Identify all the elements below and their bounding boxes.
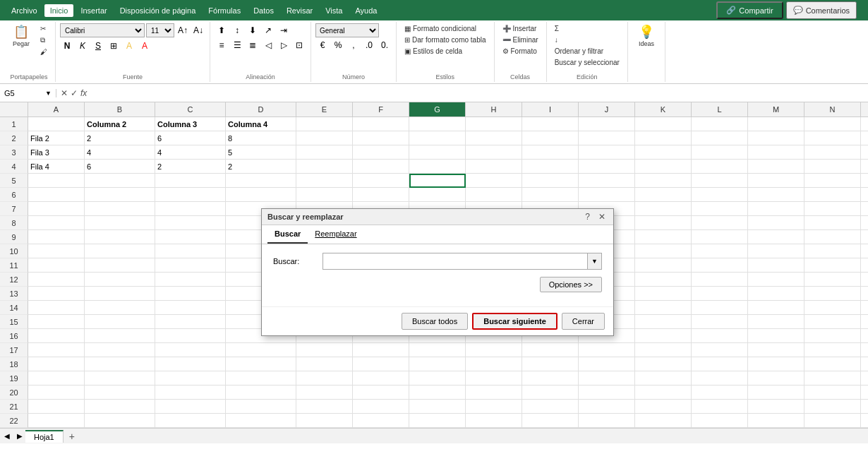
sheet-cell[interactable] [85, 202, 155, 216]
sheet-cell[interactable] [579, 117, 635, 131]
autosum-button[interactable]: Σ [551, 23, 562, 34]
sheet-cell[interactable] [861, 131, 868, 145]
sheet-cell[interactable] [635, 216, 692, 230]
dialog-close-button[interactable]: ✕ [596, 212, 608, 222]
sheet-cell[interactable] [466, 131, 522, 145]
col-header-k[interactable]: K [635, 102, 692, 116]
sheet-cell[interactable]: Columna 2 [85, 117, 155, 131]
sheet-cell[interactable] [296, 386, 353, 400]
sheet-cell[interactable] [579, 145, 635, 160]
sheet-cell[interactable] [296, 343, 353, 357]
sheet-cell[interactable] [804, 273, 861, 287]
sheet-cell[interactable] [635, 329, 692, 343]
merge-cells-button[interactable]: ⊡ [292, 38, 306, 52]
cerrar-button[interactable]: Cerrar [562, 313, 605, 330]
sheet-cell[interactable] [635, 287, 692, 301]
sheet-cell[interactable] [409, 414, 466, 428]
sheet-cell[interactable] [409, 357, 466, 371]
sheet-cell[interactable] [522, 371, 579, 386]
sheet-cell[interactable] [692, 258, 748, 273]
sheet-cell[interactable] [409, 400, 466, 414]
font-size-select[interactable]: 11 [146, 23, 174, 37]
font-size-increase-button[interactable]: A↑ [176, 23, 190, 37]
sheet-cell[interactable] [522, 174, 579, 188]
sheet-cell[interactable]: 4 [155, 145, 226, 160]
sheet-cell[interactable] [692, 131, 748, 145]
buscar-seleccionar-button[interactable]: Buscar y seleccionar [551, 57, 623, 68]
sheet-cell[interactable] [748, 160, 804, 174]
sheet-cell[interactable] [466, 343, 522, 357]
sheet-cell[interactable] [155, 174, 226, 188]
sheet-cell[interactable] [579, 386, 635, 400]
font-size-decrease-button[interactable]: A↓ [191, 23, 205, 37]
sheet-cell[interactable] [748, 329, 804, 343]
sheet-cell[interactable] [748, 273, 804, 287]
sheet-cell[interactable] [861, 230, 868, 244]
sheet-cell[interactable] [226, 400, 296, 414]
sheet-cell[interactable] [85, 371, 155, 386]
sheet-cell[interactable] [804, 216, 861, 230]
sheet-cell[interactable] [635, 315, 692, 329]
sheet-cell[interactable] [85, 287, 155, 301]
sheet-cell[interactable] [804, 301, 861, 315]
dar-formato-tabla-button[interactable]: ⊞ Dar formato como tabla [401, 35, 490, 45]
confirm-formula-icon[interactable]: ✓ [71, 88, 78, 98]
sheet-cell[interactable] [155, 343, 226, 357]
sheet-cell[interactable] [861, 329, 868, 343]
sheet-cell[interactable] [466, 414, 522, 428]
sheet-cell[interactable] [85, 273, 155, 287]
sheet-cell[interactable] [296, 371, 353, 386]
sheet-cell[interactable] [748, 343, 804, 357]
sheet-cell[interactable] [28, 230, 85, 244]
sheet-cell[interactable] [579, 357, 635, 371]
sheet-cell[interactable] [635, 301, 692, 315]
menu-inicio[interactable]: Inicio [44, 4, 74, 17]
sheet-cell[interactable] [296, 400, 353, 414]
sheet-cell[interactable] [353, 386, 409, 400]
dialog-help-button[interactable]: ? [583, 212, 592, 222]
sheet-cell[interactable]: 6 [155, 131, 226, 145]
sheet-cell[interactable] [522, 400, 579, 414]
sheet-cell[interactable] [635, 343, 692, 357]
cut-button[interactable]: ✂ [37, 23, 49, 34]
sheet-cell[interactable] [155, 315, 226, 329]
increase-decimal-button[interactable]: .0 [362, 38, 376, 52]
sheet-cell[interactable] [692, 244, 748, 258]
sheet-cell[interactable] [692, 216, 748, 230]
ideas-button[interactable]: 💡 Ideas [632, 23, 661, 49]
sheet-cell[interactable] [155, 329, 226, 343]
sheet-cell[interactable] [579, 174, 635, 188]
sheet-cell[interactable] [692, 371, 748, 386]
sheet-cell[interactable] [466, 400, 522, 414]
sheet-cell[interactable] [692, 273, 748, 287]
sheet-cell[interactable] [804, 258, 861, 273]
sheet-cell[interactable] [353, 414, 409, 428]
sheet-cell[interactable] [861, 216, 868, 230]
comments-button[interactable]: 💬 Comentarios [786, 1, 857, 19]
sheet-cell[interactable] [155, 216, 226, 230]
sheet-cell[interactable] [635, 244, 692, 258]
align-right-button[interactable]: ≣ [246, 38, 260, 52]
sheet-cell[interactable] [522, 343, 579, 357]
sheet-cell[interactable] [353, 188, 409, 202]
paste-button[interactable]: 📋 Pegar [7, 23, 35, 49]
sheet-cell[interactable] [748, 400, 804, 414]
sheet-cell[interactable] [353, 174, 409, 188]
col-header-a[interactable]: A [28, 102, 85, 116]
sheet-cell[interactable] [155, 230, 226, 244]
sheet-cell[interactable] [28, 174, 85, 188]
fill-button[interactable]: ↓ [551, 35, 562, 45]
menu-ayuda[interactable]: Ayuda [349, 4, 382, 17]
sheet-cell[interactable] [635, 400, 692, 414]
sheet-cell[interactable] [635, 273, 692, 287]
sheet-cell[interactable] [861, 371, 868, 386]
sheet-cell[interactable] [466, 188, 522, 202]
sheet-cell[interactable] [579, 131, 635, 145]
insertar-button[interactable]: ➕ Insertar [499, 23, 541, 34]
sheet-cell[interactable] [353, 117, 409, 131]
sheet-cell[interactable] [296, 160, 353, 174]
sheet-cell[interactable] [579, 371, 635, 386]
sheet-cell[interactable] [748, 386, 804, 400]
menu-disposicion[interactable]: Disposición de página [114, 4, 202, 17]
sheet-cell[interactable] [804, 202, 861, 216]
